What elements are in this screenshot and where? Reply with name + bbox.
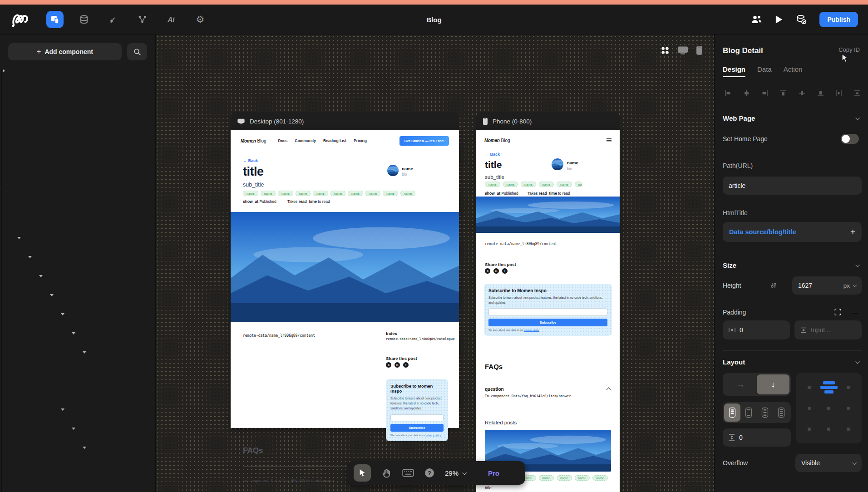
nav-link-reading-list[interactable]: Reading List — [323, 138, 346, 143]
direction-column-button[interactable]: ↓ — [757, 374, 789, 394]
caret-down-icon[interactable] — [83, 445, 87, 449]
design-canvas[interactable]: Desktop (801-1280) Momen Blog Docs Commu… — [156, 34, 714, 492]
overflow-dropdown[interactable]: Visible — [795, 454, 862, 472]
get-started-button[interactable]: Get Started — It's Free! — [399, 136, 449, 146]
caret-down-icon[interactable] — [61, 407, 65, 411]
tag-pill[interactable]: name — [592, 475, 608, 481]
tag-pill[interactable]: name — [539, 182, 554, 187]
caret-down-icon[interactable] — [28, 255, 32, 259]
subscribe-button[interactable]: Subscribe — [390, 424, 444, 432]
caret-down-icon[interactable] — [72, 426, 76, 430]
publish-button[interactable]: Publish — [819, 12, 858, 27]
nav-link-docs[interactable]: Docs — [278, 138, 288, 143]
gap-input[interactable]: 0 — [723, 428, 791, 447]
linkedin-icon[interactable]: in — [493, 268, 499, 274]
align-top-center-cell[interactable] — [819, 377, 838, 398]
justify-space-evenly-button[interactable] — [773, 403, 789, 422]
x-icon[interactable]: X — [485, 268, 490, 274]
caret-down-icon[interactable] — [61, 312, 65, 316]
tag-pill[interactable]: name — [348, 191, 363, 196]
phone-preview[interactable]: Phone (0-800) Momen Blog ← Back title — [476, 112, 620, 492]
subscribe-email-input[interactable] — [488, 308, 607, 316]
align-top-right-cell[interactable] — [838, 377, 858, 398]
justify-packed-button[interactable] — [724, 403, 740, 422]
distribute-vertical-icon[interactable] — [854, 90, 861, 97]
desktop-device-header[interactable]: Desktop (801-1280) — [231, 112, 459, 130]
height-adjust-icon[interactable] — [770, 282, 777, 289]
caret-right-icon[interactable] — [1, 69, 155, 492]
tag-pill[interactable]: name — [296, 191, 311, 196]
help-icon[interactable]: ? — [425, 468, 434, 477]
justify-space-between-button[interactable] — [740, 403, 757, 422]
add-binding-icon[interactable]: + — [850, 227, 855, 237]
align-middle-center-cell[interactable] — [819, 398, 838, 418]
design-brush-icon[interactable] — [104, 11, 122, 28]
tag-pill[interactable]: name — [261, 191, 276, 196]
pages-icon[interactable] — [46, 11, 64, 28]
set-home-page-toggle[interactable] — [841, 134, 859, 144]
align-bottom-left-cell[interactable] — [799, 419, 819, 440]
members-icon[interactable] — [751, 15, 762, 25]
align-bottom-center-cell[interactable] — [819, 419, 838, 440]
tag-pill[interactable]: name — [330, 191, 346, 196]
web-page-section-header[interactable]: Web Page — [723, 114, 862, 122]
facebook-icon[interactable]: f — [502, 268, 508, 274]
phone-device-header[interactable]: Phone (0-800) — [476, 112, 620, 130]
align-top-left-cell[interactable] — [799, 377, 819, 398]
desktop-preview[interactable]: Desktop (801-1280) Momen Blog Docs Commu… — [231, 112, 459, 428]
tag-pill[interactable]: name — [557, 475, 572, 481]
align-top-icon[interactable] — [780, 90, 787, 97]
html-title-input[interactable]: Data source/blog/title + — [723, 222, 862, 242]
tag-pill[interactable]: name — [539, 475, 554, 481]
tag-pill[interactable]: name — [278, 191, 293, 196]
align-center-vertical-icon[interactable] — [799, 90, 805, 97]
linkedin-icon[interactable]: in — [395, 362, 400, 368]
tag-pill[interactable]: name — [575, 475, 590, 481]
height-unit[interactable]: px — [843, 282, 850, 289]
database-icon[interactable] — [75, 11, 93, 28]
caret-down-icon[interactable] — [83, 350, 87, 354]
tag-pill[interactable]: name — [575, 182, 582, 187]
facebook-icon[interactable]: f — [403, 362, 409, 368]
tag-pill[interactable]: name — [400, 191, 416, 196]
blog-logo[interactable]: Momen Blog — [241, 138, 266, 143]
tab-design[interactable]: Design — [723, 65, 745, 77]
privacy-policy-link[interactable]: privacy policy — [426, 434, 441, 437]
blog-logo[interactable]: Momen Blog — [484, 138, 510, 143]
phone-frame[interactable]: Momen Blog ← Back title name bio sub_tit… — [476, 130, 620, 492]
preview-play-icon[interactable] — [775, 15, 783, 24]
align-left-icon[interactable] — [725, 90, 731, 97]
distribute-horizontal-icon[interactable] — [835, 90, 842, 97]
data-source-chip[interactable]: Data source/blog/title — [729, 228, 796, 236]
shortcuts-keyboard-icon[interactable] — [402, 468, 414, 477]
faq-question[interactable]: question — [485, 387, 504, 392]
zoom-control[interactable]: 29% — [445, 469, 466, 477]
select-tool-button[interactable] — [354, 464, 371, 482]
subscribe-email-input[interactable] — [390, 414, 444, 421]
height-input[interactable]: 1627 px — [792, 276, 862, 295]
pro-badge[interactable]: Pro — [488, 469, 499, 477]
grid-view-icon[interactable] — [661, 46, 670, 55]
nav-link-community[interactable]: Community — [295, 138, 316, 143]
align-middle-left-cell[interactable] — [799, 398, 819, 418]
tree-item-modal[interactable]: Modal (1) — [0, 209, 155, 228]
search-components-button[interactable] — [127, 43, 147, 60]
align-right-icon[interactable] — [761, 90, 768, 97]
align-middle-right-cell[interactable] — [838, 398, 858, 418]
tag-pill[interactable]: name — [521, 182, 536, 187]
privacy-policy-link[interactable]: privacy policy — [524, 329, 539, 331]
tag-pill[interactable]: name — [485, 182, 500, 187]
tag-pill[interactable]: name — [503, 182, 518, 187]
align-center-horizontal-icon[interactable] — [743, 90, 750, 97]
caret-down-icon[interactable] — [72, 331, 76, 335]
tag-pill[interactable]: name — [243, 191, 258, 196]
chevron-up-icon[interactable] — [606, 387, 611, 392]
caret-down-icon[interactable] — [17, 236, 21, 240]
tab-data[interactable]: Data — [757, 65, 772, 77]
desktop-frame[interactable]: Momen Blog Docs Community Reading List P… — [231, 130, 459, 428]
layout-section-header[interactable]: Layout — [723, 358, 862, 366]
settings-gear-icon[interactable]: ⚙ — [192, 11, 209, 28]
tag-pill[interactable]: name — [365, 191, 381, 196]
caret-down-icon[interactable] — [50, 293, 54, 297]
momen-logo[interactable] — [10, 10, 35, 29]
